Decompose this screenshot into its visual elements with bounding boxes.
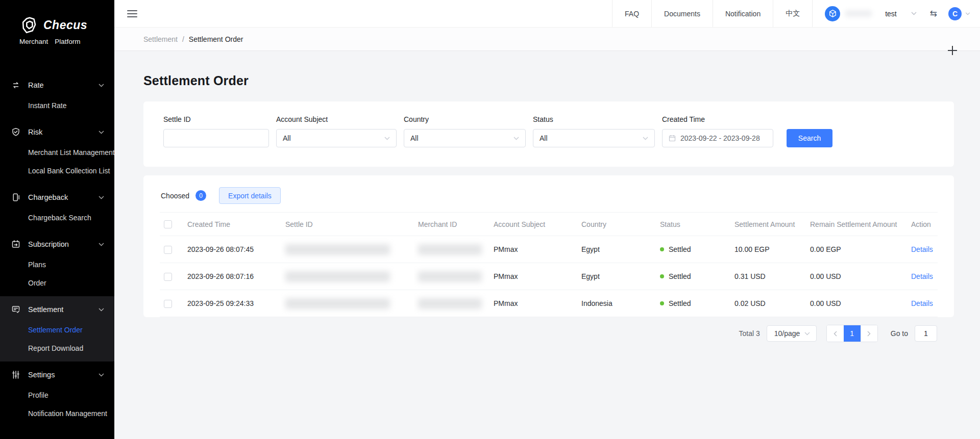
cell-account-subject: PMmax	[489, 236, 577, 263]
chevron-down-icon	[384, 137, 390, 140]
status-field: Status All	[533, 115, 655, 147]
hamburger-menu-icon[interactable]	[127, 10, 137, 17]
cell-merchant-id-redacted	[414, 290, 489, 317]
cell-remain-settlement-amount: 0.00 EGP	[806, 236, 907, 263]
sidebar-item-settlement[interactable]: Settlement	[0, 298, 114, 321]
export-details-button[interactable]: Export details	[219, 187, 281, 204]
cell-created-time: 2023-09-25 09:24:33	[183, 290, 281, 317]
app-root: Checus Merchant Platform Rate	[0, 0, 980, 439]
sidebar-section-rate: Rate Instant Rate	[0, 72, 114, 119]
switch-account-icon[interactable]: ⇆	[930, 8, 937, 19]
settle-id-input[interactable]	[163, 129, 269, 147]
table-row: 2023-09-25 09:24:33 PMmax Indonesia Sett…	[160, 290, 938, 317]
calendar-icon	[669, 135, 676, 142]
sidebar-item-plans[interactable]: Plans	[0, 255, 114, 274]
created-time-range-picker[interactable]: 2023-09-22 - 2023-09-28	[662, 129, 773, 147]
chevron-down-icon	[99, 84, 104, 87]
sidebar-item-label: Rate	[28, 81, 99, 89]
sidebar-item-rate[interactable]: Rate	[0, 74, 114, 96]
sidebar-item-instant-rate[interactable]: Instant Rate	[0, 96, 114, 115]
settlement-doc-icon	[11, 305, 20, 314]
settle-id-field: Settle ID	[163, 115, 269, 147]
sidebar-item-chargeback[interactable]: Chargeback	[0, 186, 114, 209]
redacted-merchant-name	[845, 10, 872, 17]
goto-label: Go to	[891, 329, 908, 338]
search-button[interactable]: Search	[787, 129, 832, 147]
brand-subtitle-right: Platform	[55, 38, 80, 45]
breadcrumb: Settlement / Settlement Order	[114, 27, 980, 51]
sidebar-item-settings[interactable]: Settings	[0, 364, 114, 386]
account-subject-field: Account Subject All	[276, 115, 397, 147]
choosed-count-badge: 0	[195, 190, 206, 201]
breadcrumb-parent[interactable]: Settlement	[143, 35, 178, 43]
chevron-down-icon	[99, 131, 104, 134]
sidebar-item-order[interactable]: Order	[0, 274, 114, 292]
sidebar-section-subscription: Subscription Plans Order	[0, 231, 114, 296]
workspace-selector[interactable]: test	[885, 10, 917, 18]
sidebar-section-risk: Risk Merchant List Management Local Bank…	[0, 119, 114, 184]
details-link[interactable]: Details	[911, 299, 933, 307]
brand-name: Checus	[43, 18, 87, 32]
goto-page-input[interactable]	[915, 325, 937, 342]
status-value: All	[540, 134, 548, 142]
workspace-cube-icon[interactable]	[825, 6, 840, 21]
details-link[interactable]: Details	[911, 272, 933, 280]
sidebar-item-subscription[interactable]: Subscription	[0, 233, 114, 255]
sidebar-item-report-download[interactable]: Report Download	[0, 339, 114, 357]
chevron-down-icon	[99, 196, 104, 199]
table-header-row: Created Time Settle ID Merchant ID Accou…	[160, 213, 938, 236]
sidebar-item-risk[interactable]: Risk	[0, 121, 114, 143]
sidebar-section-settings: Settings Profile Notification Management	[0, 361, 114, 427]
select-all-checkbox[interactable]	[164, 220, 172, 228]
sidebar-nav: Rate Instant Rate Risk	[0, 72, 114, 427]
table-row: 2023-09-26 08:07:16 PMmax Egypt Settled …	[160, 263, 938, 290]
add-tab-icon[interactable]	[948, 46, 957, 55]
pagination: Total 3 10/page 1 Go to	[143, 317, 954, 342]
sidebar-item-local-bank-collection-list[interactable]: Local Bank Collection List	[0, 162, 114, 180]
status-select[interactable]: All	[533, 129, 655, 147]
row-checkbox[interactable]	[164, 273, 172, 281]
col-status: Status	[656, 213, 730, 236]
sidebar-item-settlement-order[interactable]: Settlement Order	[0, 321, 114, 339]
chevron-down-icon	[911, 12, 917, 15]
cell-settlement-amount: 10.00 EGP	[730, 236, 806, 263]
page-size-select[interactable]: 10/page	[767, 325, 817, 342]
faq-link[interactable]: FAQ	[612, 0, 651, 27]
col-action: Action	[907, 213, 938, 236]
sidebar-section-chargeback: Chargeback Chargeback Search	[0, 184, 114, 231]
col-created-time: Created Time	[183, 213, 281, 236]
cell-account-subject: PMmax	[489, 263, 577, 290]
notification-link[interactable]: Notification	[713, 0, 773, 27]
country-select[interactable]: All	[404, 129, 526, 147]
page-size-value: 10/page	[774, 329, 800, 338]
account-subject-select[interactable]: All	[276, 129, 397, 147]
user-menu[interactable]: C	[948, 7, 970, 20]
status-text: Settled	[669, 272, 691, 280]
page-button-1[interactable]: 1	[844, 325, 861, 342]
col-remain-settlement-amount: Remain Settlement Amount	[806, 213, 907, 236]
details-link[interactable]: Details	[911, 245, 933, 253]
sidebar: Checus Merchant Platform Rate	[0, 0, 114, 439]
sidebar-item-merchant-list-management[interactable]: Merchant List Management	[0, 143, 114, 162]
status-dot-green	[660, 247, 664, 251]
prev-page-button[interactable]	[827, 325, 844, 342]
cell-settle-id-redacted	[281, 263, 414, 290]
sidebar-item-chargeback-search[interactable]: Chargeback Search	[0, 209, 114, 227]
chevron-down-icon	[513, 137, 519, 140]
row-checkbox[interactable]	[164, 300, 172, 308]
language-switch-link[interactable]: 中文	[773, 0, 813, 27]
chevron-down-icon	[643, 137, 648, 140]
sidebar-item-notification-management[interactable]: Notification Management	[0, 404, 114, 423]
sidebar-item-profile[interactable]: Profile	[0, 386, 114, 404]
row-checkbox[interactable]	[164, 246, 172, 254]
breadcrumb-current: Settlement Order	[189, 35, 243, 43]
page-title: Settlement Order	[143, 73, 954, 88]
created-time-field: Created Time 2023-09-22 - 2023-09-28	[662, 115, 773, 147]
brand-logo: Checus Merchant Platform	[0, 0, 114, 45]
cell-remain-settlement-amount: 0.00 USD	[806, 290, 907, 317]
documents-link[interactable]: Documents	[651, 0, 713, 27]
chevron-down-icon	[99, 373, 104, 377]
country-label: Country	[404, 115, 526, 123]
col-country: Country	[577, 213, 656, 236]
next-page-button[interactable]	[861, 325, 877, 342]
